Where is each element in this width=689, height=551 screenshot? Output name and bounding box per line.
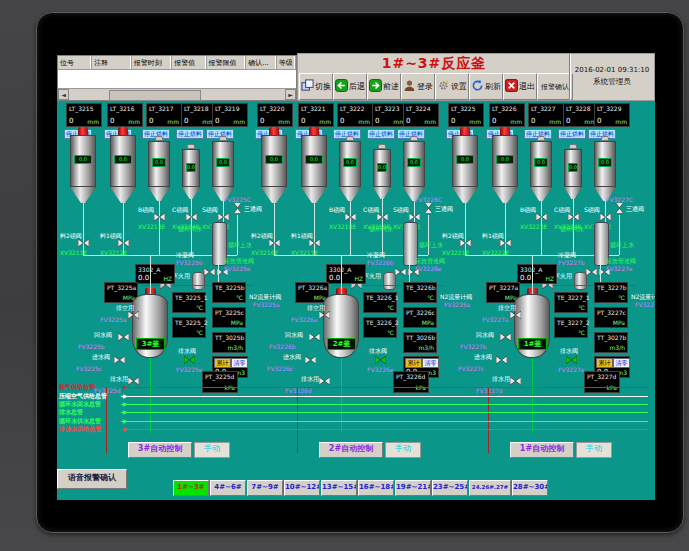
manifold-pipe <box>121 429 648 430</box>
page-button-4[interactable]: 10#~12# <box>284 480 320 496</box>
toolbar-button-switch[interactable]: 切换 <box>299 73 333 100</box>
toolbar-button-exit[interactable]: 退出 <box>503 73 537 100</box>
instrument-tag: TE_3227_1 <box>557 294 590 301</box>
hopper-cap <box>269 127 279 135</box>
reactor-valve[interactable] <box>305 356 316 364</box>
hopper-cone <box>373 187 391 199</box>
alarm-column-header[interactable]: 报警限值 <box>207 56 247 69</box>
alarm-table-scrollbar[interactable]: ◄ ► <box>58 88 296 100</box>
back-icon <box>335 79 348 94</box>
condenser-return-label: 循环回水 <box>369 225 393 234</box>
page-button-5[interactable]: 13#~15# <box>321 480 357 496</box>
totalizer-reset-button[interactable]: 清零 <box>613 358 630 368</box>
toolbar-button-refresh[interactable]: 刷新 <box>469 73 503 100</box>
reactor-valve[interactable] <box>118 333 129 341</box>
hopper-valve[interactable] <box>154 213 165 221</box>
page-button-8[interactable]: 23#~25# <box>432 480 468 496</box>
reactor-valve-label: 进水阀 <box>283 353 301 362</box>
manual-control-button[interactable]: 手动 <box>385 442 421 458</box>
reactor-valve[interactable] <box>319 311 330 319</box>
instrument-unit: mm <box>167 118 179 125</box>
instrument-box: LT_32170mm <box>146 103 182 127</box>
instrument-box: TT_3026bm3/h <box>403 332 437 353</box>
reactor-valve[interactable] <box>309 333 320 341</box>
reactor-valve[interactable] <box>128 311 139 319</box>
instrument-box: LT_32150mm <box>66 103 102 127</box>
reactor-valve[interactable] <box>496 356 507 364</box>
condenser-valve[interactable] <box>395 268 406 276</box>
instrument-tag: PT_3225d <box>205 373 234 380</box>
totalizer-acc-button[interactable]: 累计 <box>405 358 422 368</box>
drain-valve-code: FV3226e <box>367 366 394 373</box>
page-button-7[interactable]: 19#~21# <box>395 480 431 496</box>
manual-control-button[interactable]: 手动 <box>194 442 230 458</box>
login-icon <box>403 79 416 94</box>
tee-valve[interactable] <box>232 204 243 212</box>
alarm-column-header[interactable]: 确认... <box>246 56 277 69</box>
instrument-tag: LT_3225 <box>451 105 475 112</box>
toolbar-button-ack[interactable]: 报警确认 <box>537 73 573 100</box>
manual-control-button[interactable]: 手动 <box>576 442 612 458</box>
hopper-valve[interactable] <box>536 213 547 221</box>
totalizer-acc-button[interactable]: 累计 <box>596 358 613 368</box>
drain-valve[interactable] <box>184 356 195 364</box>
page-button-2[interactable]: 4#~6# <box>210 480 246 496</box>
toolbar-button-gear[interactable]: 设置 <box>435 73 469 100</box>
hopper-valve[interactable] <box>409 213 420 221</box>
toolbar-button-login[interactable]: 登录 <box>401 73 435 100</box>
page-button-6[interactable]: 16#~18# <box>358 480 394 496</box>
instrument-unit: mm <box>424 118 436 125</box>
hopper-valve[interactable] <box>218 213 229 221</box>
reactor-valve[interactable] <box>128 377 139 385</box>
reactor-valve[interactable] <box>114 356 125 364</box>
reactor-valve[interactable] <box>500 333 511 341</box>
hopper-valve-label: B磅阀 <box>138 206 154 215</box>
instrument-tag: LT_3227 <box>531 105 555 112</box>
alarm-column-header[interactable]: 报警时刻 <box>132 56 172 69</box>
alarm-column-header[interactable]: 注释 <box>92 56 132 69</box>
tee-valve[interactable] <box>423 204 434 212</box>
instrument-unit: ℃ <box>236 294 243 301</box>
system-datetime: 2016-02-01 09:31:10 <box>570 66 654 74</box>
reactor-valve[interactable] <box>319 377 330 385</box>
instrument-tag: LT_3224 <box>406 105 430 112</box>
instrument-unit: mm <box>87 118 99 125</box>
instrument-unit: ℃ <box>578 329 585 336</box>
scroll-right-icon[interactable]: ► <box>285 89 296 100</box>
drain-valve[interactable] <box>566 356 577 364</box>
instrument-box: LT_32190mm <box>212 103 248 127</box>
hopper-cone <box>492 187 518 203</box>
instrument-tag: TE_3227b <box>597 284 627 291</box>
hopper-cap <box>118 127 128 135</box>
page-button-10[interactable]: 28#~30# <box>512 480 548 496</box>
condenser-valve[interactable] <box>586 268 597 276</box>
drain-valve[interactable] <box>375 356 386 364</box>
instrument-unit: mm <box>469 118 481 125</box>
hopper-valve[interactable] <box>345 213 356 221</box>
alarm-column-header[interactable]: 位号 <box>58 56 92 69</box>
tee-valve[interactable] <box>614 204 625 212</box>
auto-control-button[interactable]: 2#自动控制 <box>319 442 383 458</box>
totalizer-reset-button[interactable]: 清零 <box>422 358 439 368</box>
alarm-column-header[interactable]: 等级 <box>277 56 296 69</box>
scroll-thumb[interactable] <box>109 90 201 101</box>
auto-control-button[interactable]: 1#自动控制 <box>510 442 574 458</box>
hopper-level-display: 0.0 <box>407 158 421 167</box>
scroll-left-icon[interactable]: ◄ <box>58 89 69 100</box>
auto-control-button[interactable]: 3#自动控制 <box>128 442 192 458</box>
instrument-box: 3302_A0.0HZ <box>517 264 557 284</box>
hopper-drop-pipe <box>83 203 84 255</box>
page-button-1[interactable]: 1#~3# <box>173 480 209 496</box>
voice-alarm-ack-button[interactable]: 语音报警确认 <box>57 469 127 489</box>
hopper-valve[interactable] <box>600 213 611 221</box>
totalizer-reset-button[interactable]: 清零 <box>231 358 248 368</box>
toolbar-button-forward[interactable]: 前进 <box>367 73 401 100</box>
reactor-valve[interactable] <box>510 311 521 319</box>
toolbar-button-back[interactable]: 后退 <box>333 73 367 100</box>
reactor-valve[interactable] <box>510 377 521 385</box>
page-button-9[interactable]: 24.26#.27# <box>469 480 511 496</box>
alarm-column-header[interactable]: 报警值 <box>172 56 206 69</box>
condenser-valve[interactable] <box>204 268 215 276</box>
totalizer-acc-button[interactable]: 累计 <box>214 358 231 368</box>
page-button-3[interactable]: 7#~9# <box>247 480 283 496</box>
